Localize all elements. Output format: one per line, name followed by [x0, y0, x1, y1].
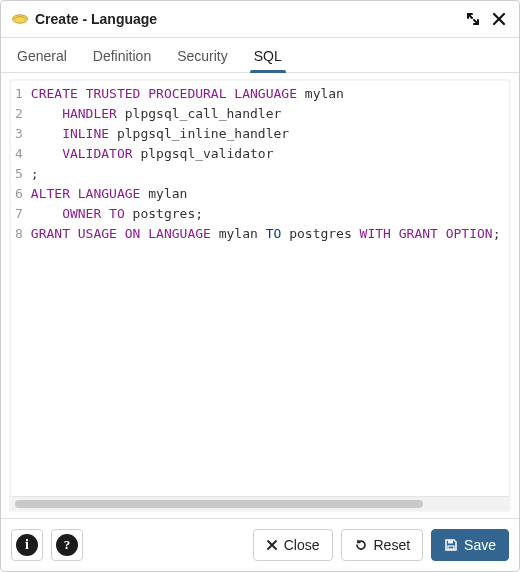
info-icon: i	[16, 534, 38, 556]
save-button[interactable]: Save	[431, 529, 509, 561]
reset-label: Reset	[374, 537, 411, 553]
code-lines[interactable]: CREATE TRUSTED PROCEDURAL LANGUAGE mylan…	[29, 81, 509, 247]
close-button[interactable]: Close	[253, 529, 333, 561]
save-label: Save	[464, 537, 496, 553]
tab-sql[interactable]: SQL	[252, 38, 284, 72]
reset-icon	[354, 538, 368, 552]
svg-rect-2	[448, 546, 454, 549]
reset-button[interactable]: Reset	[341, 529, 424, 561]
titlebar: Create - Language	[1, 1, 519, 38]
info-button[interactable]: i	[11, 529, 43, 561]
sql-editor[interactable]: 12345678 CREATE TRUSTED PROCEDURAL LANGU…	[11, 81, 509, 496]
create-language-dialog: Create - Language General Definition Sec…	[0, 0, 520, 572]
line-gutter: 12345678	[11, 81, 29, 247]
tabs: General Definition Security SQL	[1, 38, 519, 73]
close-icon[interactable]	[489, 9, 509, 29]
tab-definition[interactable]: Definition	[91, 38, 153, 72]
close-label: Close	[284, 537, 320, 553]
svg-rect-1	[448, 541, 453, 544]
close-x-icon	[266, 539, 278, 551]
editor-frame: 12345678 CREATE TRUSTED PROCEDURAL LANGU…	[9, 79, 511, 512]
tab-security[interactable]: Security	[175, 38, 230, 72]
tab-general[interactable]: General	[15, 38, 69, 72]
dialog-title: Create - Language	[35, 11, 157, 27]
help-button[interactable]: ?	[51, 529, 83, 561]
editor-panel: 12345678 CREATE TRUSTED PROCEDURAL LANGU…	[1, 73, 519, 518]
horizontal-scrollbar[interactable]	[11, 496, 509, 510]
footer: i ? Close Reset Save	[1, 518, 519, 571]
scrollbar-thumb[interactable]	[15, 500, 423, 508]
maximize-icon[interactable]	[463, 9, 483, 29]
save-icon	[444, 538, 458, 552]
language-icon	[11, 12, 29, 26]
help-icon: ?	[56, 534, 78, 556]
